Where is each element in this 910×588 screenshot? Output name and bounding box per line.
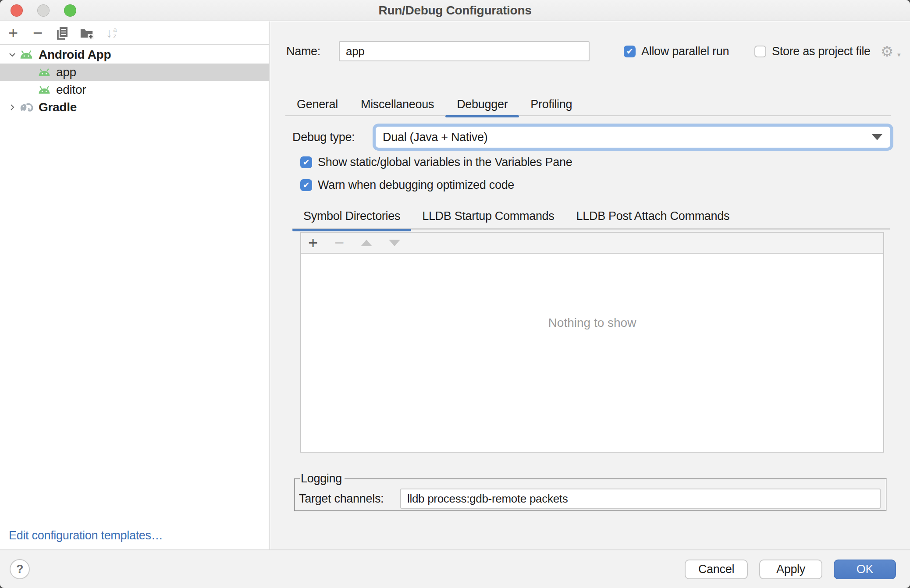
move-up-icon [361, 240, 372, 246]
chevron-right-icon[interactable] [5, 103, 19, 112]
tree-item-android-app[interactable]: Android App [0, 46, 269, 64]
debug-type-dropdown[interactable]: Dual (Java + Native) [376, 127, 890, 148]
subtab-lldb-post-attach-commands[interactable]: LLDB Post Attach Commands [565, 203, 741, 230]
new-folder-icon[interactable] [80, 26, 94, 40]
help-button[interactable]: ? [10, 559, 30, 579]
dialog-title: Run/Debug Configurations [0, 0, 910, 21]
checkbox-unchecked-icon [754, 46, 766, 57]
run-debug-configurations-dialog: Run/Debug Configurations + − [0, 0, 910, 588]
tree-item-gradle[interactable]: Gradle [0, 99, 269, 116]
ok-button[interactable]: OK [834, 560, 896, 579]
tab-miscellaneous[interactable]: Miscellaneous [349, 93, 445, 116]
subtab-lldb-startup-commands[interactable]: LLDB Startup Commands [411, 203, 565, 230]
android-icon [38, 86, 51, 94]
empty-list-message: Nothing to show [301, 316, 883, 330]
cancel-button[interactable]: Cancel [685, 560, 748, 579]
checkbox-checked-icon: ✔ [300, 179, 312, 191]
tree-item-editor[interactable]: editor [0, 81, 269, 99]
gradle-icon [19, 103, 33, 112]
dialog-footer: ? Cancel Apply OK [0, 549, 910, 588]
dropdown-arrow-icon [872, 134, 882, 140]
android-icon [19, 50, 33, 59]
action-buttons: Cancel Apply OK [685, 560, 896, 579]
warn-optimized-code-label: Warn when debugging optimized code [318, 178, 514, 192]
configuration-editor: Name: ✔ Allow parallel run Store as proj… [270, 21, 910, 549]
checkbox-checked-icon: ✔ [300, 156, 312, 168]
sidebar-toolbar: + − ↓az [0, 21, 269, 45]
checkbox-checked-icon: ✔ [624, 46, 636, 57]
show-static-globals-checkbox[interactable]: ✔ Show static/global variables in the Va… [300, 153, 572, 171]
tab-profiling[interactable]: Profiling [519, 93, 583, 116]
name-input[interactable] [339, 41, 590, 61]
tree-item-label: Gradle [39, 100, 77, 114]
remove-directory-icon: − [334, 235, 344, 250]
tree-item-app[interactable]: app [0, 64, 269, 81]
allow-parallel-run-checkbox[interactable]: ✔ Allow parallel run [624, 41, 729, 61]
store-as-project-file-label: Store as project file [772, 45, 871, 58]
tab-general[interactable]: General [285, 93, 349, 116]
titlebar: Run/Debug Configurations [0, 0, 910, 21]
move-down-icon [389, 240, 400, 246]
edit-configuration-templates-link[interactable]: Edit configuration templates… [9, 529, 163, 542]
target-channels-label: Target channels: [299, 492, 400, 506]
logging-legend: Logging [300, 472, 345, 485]
tree-item-label: app [56, 65, 76, 79]
show-static-globals-label: Show static/global variables in the Vari… [318, 156, 572, 169]
android-icon [38, 68, 51, 77]
symbol-directories-panel: + − Nothing to show [300, 232, 884, 453]
debug-type-label: Debug type: [292, 125, 355, 149]
symbol-directories-toolbar: + − [301, 233, 883, 254]
subtab-symbol-directories[interactable]: Symbol Directories [292, 203, 411, 230]
debugger-subtabs: Symbol Directories LLDB Startup Commands… [292, 203, 890, 230]
configuration-tabs: General Miscellaneous Debugger Profiling [285, 93, 891, 116]
configurations-sidebar: + − ↓az [0, 21, 270, 549]
configurations-tree: Android App app [0, 45, 269, 116]
remove-configuration-icon[interactable]: − [31, 26, 45, 40]
gear-caret-icon: ▾ [897, 51, 900, 61]
logging-group: Logging Target channels: [294, 472, 887, 511]
add-configuration-icon[interactable]: + [6, 26, 20, 40]
chevron-down-icon[interactable] [5, 50, 19, 60]
sort-configurations-icon: ↓az [104, 26, 118, 40]
target-channels-input[interactable] [400, 489, 881, 509]
copy-configuration-icon[interactable] [55, 26, 69, 40]
add-directory-icon[interactable]: + [308, 235, 318, 250]
store-as-project-file-checkbox[interactable]: Store as project file ⚙ ▾ [754, 41, 900, 61]
tree-item-label: editor [56, 83, 86, 97]
debug-type-value: Dual (Java + Native) [383, 131, 487, 144]
name-label: Name: [286, 41, 320, 61]
apply-button[interactable]: Apply [759, 560, 822, 579]
tree-item-label: Android App [39, 48, 111, 62]
warn-optimized-code-checkbox[interactable]: ✔ Warn when debugging optimized code [300, 176, 514, 194]
gear-icon[interactable]: ⚙ [881, 44, 893, 59]
tab-debugger[interactable]: Debugger [445, 93, 519, 116]
allow-parallel-run-label: Allow parallel run [641, 45, 729, 58]
